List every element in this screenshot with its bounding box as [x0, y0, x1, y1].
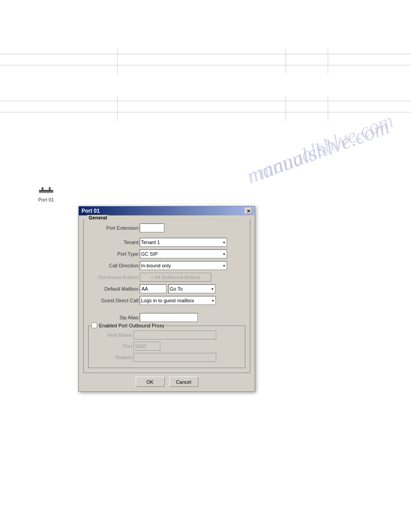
host-name-input[interactable]: [133, 330, 216, 339]
port-type-label: Port Type:: [88, 251, 140, 257]
sip-alias-input[interactable]: [140, 313, 198, 322]
guest-direct-call-row: Guest Direct Call: Logs in to guest mail…: [88, 296, 245, 305]
sip-alias-label: Sip Alias:: [88, 315, 140, 320]
proxy-checkbox-label[interactable]: Enabled Port Outbound Proxy: [90, 322, 165, 328]
call-direction-label: Call Direction:: [88, 263, 140, 268]
proxy-port-label: Port:: [93, 343, 133, 349]
dialog-buttons: OK Cancel: [83, 377, 250, 387]
proxy-port-input[interactable]: [133, 342, 160, 351]
svg-rect-2: [49, 187, 51, 191]
proxy-checkbox[interactable]: [91, 322, 97, 328]
general-group-title: General: [87, 215, 108, 220]
port-label: Port 01: [38, 197, 54, 202]
tenant-label: Tenant:: [88, 240, 140, 245]
svg-rect-3: [39, 192, 53, 193]
port-icon-area: Port 01: [38, 184, 54, 202]
svg-rect-1: [42, 187, 43, 191]
close-button[interactable]: ✕: [245, 208, 252, 214]
default-mailbox-label: Default Mailbox:: [88, 286, 140, 292]
port-row: Port:: [93, 342, 240, 351]
proxy-group: Enabled Port Outbound Proxy Host Name: P…: [88, 326, 245, 368]
default-mailbox-row: Default Mailbox: Go To Transfer: [88, 284, 245, 293]
call-direction-select[interactable]: In-bound only Out-bound only Both: [140, 261, 227, 270]
outbound-actions-button[interactable]: < All Outbound Actions: [140, 273, 211, 282]
dialog-title: Port 01: [81, 208, 100, 214]
port-extension-label: Port Extension:: [88, 225, 140, 231]
realms-row: Realms:: [93, 353, 240, 362]
outbound-actions-label: Out-bound Actions:: [88, 275, 140, 280]
guest-direct-call-select[interactable]: Logs in to guest mailbox None: [140, 296, 216, 305]
guest-direct-call-label: Guest Direct Call:: [88, 298, 140, 303]
sip-alias-row: Sip Alias:: [88, 313, 245, 322]
call-direction-select-wrapper[interactable]: In-bound only Out-bound only Both: [140, 261, 227, 270]
port-type-select-wrapper[interactable]: GC SIP SIP Analog: [140, 249, 227, 258]
mailbox-controls: Go To Transfer: [140, 284, 215, 293]
watermark-overlay: manualshlve.com: [255, 109, 396, 184]
port-extension-input[interactable]: [140, 223, 164, 232]
host-name-row: Host Name:: [93, 330, 240, 339]
cancel-button[interactable]: Cancel: [169, 377, 198, 387]
port01-dialog: Port 01 ✕ General Port Extension: Tenant…: [78, 206, 255, 392]
default-mailbox-input[interactable]: [140, 284, 167, 293]
port-type-row: Port Type: GC SIP SIP Analog: [88, 249, 245, 258]
goto-select-wrapper[interactable]: Go To Transfer: [168, 284, 215, 293]
host-name-label: Host Name:: [93, 332, 133, 338]
general-group: General Port Extension: Tenant: Tenant 1…: [83, 219, 250, 373]
ok-button[interactable]: OK: [136, 377, 165, 387]
dialog-titlebar: Port 01 ✕: [79, 206, 255, 215]
tenant-select[interactable]: Tenant 1 Tenant 2: [140, 238, 227, 247]
realms-input[interactable]: [133, 353, 216, 362]
tenant-row: Tenant: Tenant 1 Tenant 2: [88, 238, 245, 247]
port-type-select[interactable]: GC SIP SIP Analog: [140, 249, 227, 258]
goto-select[interactable]: Go To Transfer: [168, 284, 215, 293]
dialog-body: General Port Extension: Tenant: Tenant 1…: [79, 215, 255, 391]
svg-rect-0: [39, 190, 53, 192]
watermark-text: manualshlve.com: [244, 114, 393, 188]
port-extension-row: Port Extension:: [88, 223, 245, 232]
tenant-select-wrapper[interactable]: Tenant 1 Tenant 2: [140, 238, 227, 247]
port-icon: [38, 184, 54, 196]
outbound-actions-row: Out-bound Actions: < All Outbound Action…: [88, 273, 245, 282]
proxy-checkbox-text: Enabled Port Outbound Proxy: [99, 323, 164, 328]
guest-direct-call-select-wrapper[interactable]: Logs in to guest mailbox None: [140, 296, 216, 305]
realms-label: Realms:: [93, 355, 133, 360]
call-direction-row: Call Direction: In-bound only Out-bound …: [88, 261, 245, 270]
